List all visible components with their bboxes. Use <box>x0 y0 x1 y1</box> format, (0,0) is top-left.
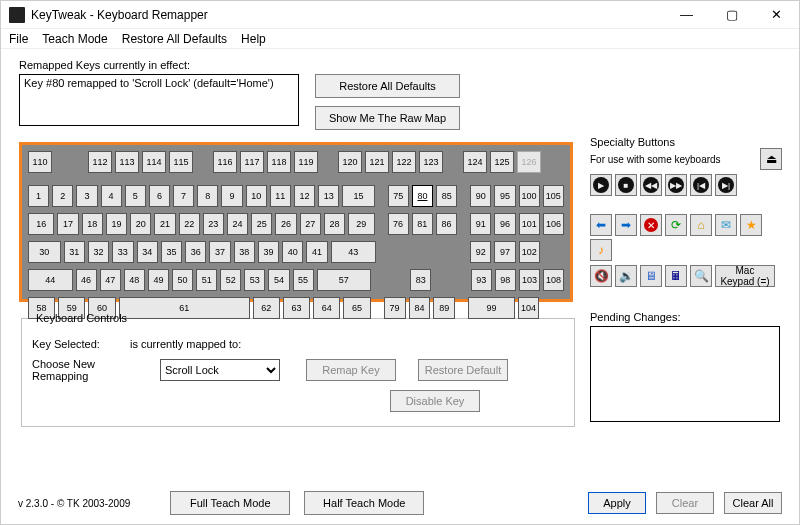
browser-home-button[interactable]: ⌂ <box>690 214 712 236</box>
key-32[interactable]: 32 <box>88 241 109 263</box>
key-90[interactable]: 90 <box>470 185 491 207</box>
calculator-button[interactable]: 🖩 <box>665 265 687 287</box>
key-97[interactable]: 97 <box>494 241 515 263</box>
key-96[interactable]: 96 <box>494 213 515 235</box>
key-114[interactable]: 114 <box>142 151 166 173</box>
browser-refresh-button[interactable]: ⟳ <box>665 214 687 236</box>
key-35[interactable]: 35 <box>161 241 182 263</box>
key-3[interactable]: 3 <box>76 185 97 207</box>
key-12[interactable]: 12 <box>294 185 315 207</box>
menu-help[interactable]: Help <box>241 32 266 46</box>
key-10[interactable]: 10 <box>246 185 267 207</box>
key-117[interactable]: 117 <box>240 151 264 173</box>
key-6[interactable]: 6 <box>149 185 170 207</box>
menu-teach-mode[interactable]: Teach Mode <box>42 32 107 46</box>
restore-default-button[interactable]: Restore Default <box>418 359 508 381</box>
clear-all-button[interactable]: Clear All <box>724 492 782 514</box>
key-122[interactable]: 122 <box>392 151 416 173</box>
key-92[interactable]: 92 <box>470 241 491 263</box>
key-51[interactable]: 51 <box>196 269 217 291</box>
key-39[interactable]: 39 <box>258 241 279 263</box>
key-125[interactable]: 125 <box>490 151 514 173</box>
key-116[interactable]: 116 <box>213 151 237 173</box>
key-83[interactable]: 83 <box>410 269 431 291</box>
mac-keypad-button[interactable]: Mac Keypad (=) <box>715 265 775 287</box>
key-61[interactable]: 61 <box>119 297 250 319</box>
restore-all-defaults-button[interactable]: Restore All Defaults <box>315 74 460 98</box>
key-7[interactable]: 7 <box>173 185 194 207</box>
key-47[interactable]: 47 <box>100 269 121 291</box>
key-121[interactable]: 121 <box>365 151 389 173</box>
key-52[interactable]: 52 <box>220 269 241 291</box>
key-118[interactable]: 118 <box>267 151 291 173</box>
key-28[interactable]: 28 <box>324 213 345 235</box>
key-86[interactable]: 86 <box>436 213 457 235</box>
key-75[interactable]: 75 <box>388 185 409 207</box>
key-113[interactable]: 113 <box>115 151 139 173</box>
media-play-button[interactable]: ▶ <box>590 174 612 196</box>
key-41[interactable]: 41 <box>306 241 327 263</box>
key-36[interactable]: 36 <box>185 241 206 263</box>
key-38[interactable]: 38 <box>234 241 255 263</box>
key-5[interactable]: 5 <box>125 185 146 207</box>
remapped-key-item[interactable]: Key #80 remapped to 'Scroll Lock' (defau… <box>24 77 294 89</box>
media-forward-button[interactable]: ▶▶ <box>665 174 687 196</box>
key-26[interactable]: 26 <box>275 213 296 235</box>
key-18[interactable]: 18 <box>82 213 103 235</box>
media-next-button[interactable]: ▶| <box>715 174 737 196</box>
menu-file[interactable]: File <box>9 32 28 46</box>
key-40[interactable]: 40 <box>282 241 303 263</box>
browser-stop-button[interactable]: ✕ <box>640 214 662 236</box>
key-34[interactable]: 34 <box>137 241 158 263</box>
key-115[interactable]: 115 <box>169 151 193 173</box>
browser-back-button[interactable]: ⬅ <box>590 214 612 236</box>
key-120[interactable]: 120 <box>338 151 362 173</box>
my-computer-button[interactable]: 🖥 <box>640 265 662 287</box>
maximize-button[interactable]: ▢ <box>709 2 754 28</box>
key-4[interactable]: 4 <box>101 185 122 207</box>
key-98[interactable]: 98 <box>495 269 516 291</box>
media-prev-button[interactable]: |◀ <box>690 174 712 196</box>
key-63[interactable]: 63 <box>283 297 310 319</box>
key-89[interactable]: 89 <box>433 297 455 319</box>
key-55[interactable]: 55 <box>293 269 314 291</box>
full-teach-mode-button[interactable]: Full Teach Mode <box>170 491 290 515</box>
key-15[interactable]: 15 <box>342 185 375 207</box>
key-11[interactable]: 11 <box>270 185 291 207</box>
key-25[interactable]: 25 <box>251 213 272 235</box>
key-124[interactable]: 124 <box>463 151 487 173</box>
key-44[interactable]: 44 <box>28 269 73 291</box>
key-93[interactable]: 93 <box>471 269 492 291</box>
key-46[interactable]: 46 <box>76 269 97 291</box>
key-123[interactable]: 123 <box>419 151 443 173</box>
media-stop-button[interactable]: ■ <box>615 174 637 196</box>
key-23[interactable]: 23 <box>203 213 224 235</box>
key-54[interactable]: 54 <box>268 269 289 291</box>
key-105[interactable]: 105 <box>543 185 564 207</box>
key-102[interactable]: 102 <box>519 241 540 263</box>
key-100[interactable]: 100 <box>519 185 540 207</box>
favorites-button[interactable]: ★ <box>740 214 762 236</box>
key-29[interactable]: 29 <box>348 213 374 235</box>
key-16[interactable]: 16 <box>28 213 54 235</box>
key-33[interactable]: 33 <box>112 241 133 263</box>
key-53[interactable]: 53 <box>244 269 265 291</box>
key-126[interactable]: 126 <box>517 151 541 173</box>
minimize-button[interactable]: — <box>664 2 709 28</box>
apply-button[interactable]: Apply <box>588 492 646 514</box>
pending-changes-list[interactable] <box>590 326 780 422</box>
key-21[interactable]: 21 <box>154 213 175 235</box>
mail-button[interactable]: ✉ <box>715 214 737 236</box>
key-103[interactable]: 103 <box>519 269 540 291</box>
key-22[interactable]: 22 <box>179 213 200 235</box>
key-76[interactable]: 76 <box>388 213 409 235</box>
menu-restore-defaults[interactable]: Restore All Defaults <box>122 32 227 46</box>
remapped-keys-list[interactable]: Key #80 remapped to 'Scroll Lock' (defau… <box>19 74 299 126</box>
key-85[interactable]: 85 <box>436 185 457 207</box>
key-119[interactable]: 119 <box>294 151 318 173</box>
volume-mute-button[interactable]: 🔇 <box>590 265 612 287</box>
key-84[interactable]: 84 <box>409 297 431 319</box>
close-button[interactable]: ✕ <box>754 2 799 28</box>
half-teach-mode-button[interactable]: Half Teach Mode <box>304 491 424 515</box>
key-37[interactable]: 37 <box>209 241 230 263</box>
